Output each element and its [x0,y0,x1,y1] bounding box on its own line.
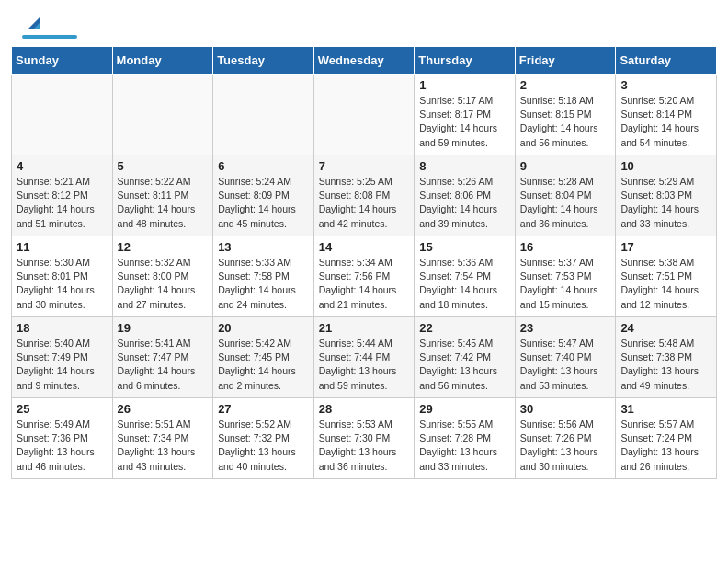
day-number: 9 [520,159,611,173]
day-info: Sunrise: 5:37 AM Sunset: 7:53 PM Dayligh… [520,256,611,312]
day-number: 15 [419,240,510,254]
week-row-2: 4Sunrise: 5:21 AM Sunset: 8:12 PM Daylig… [12,155,717,236]
calendar-cell: 8Sunrise: 5:26 AM Sunset: 8:06 PM Daylig… [415,155,516,236]
day-number: 30 [520,402,611,416]
logo [22,17,77,39]
calendar-cell: 4Sunrise: 5:21 AM Sunset: 8:12 PM Daylig… [12,155,113,236]
page-header [0,0,728,46]
day-number: 4 [17,159,108,173]
calendar-cell: 14Sunrise: 5:34 AM Sunset: 7:56 PM Dayli… [313,236,415,317]
calendar-cell: 5Sunrise: 5:22 AM Sunset: 8:11 PM Daylig… [112,155,213,236]
calendar-cell: 28Sunrise: 5:53 AM Sunset: 7:30 PM Dayli… [313,398,415,479]
weekday-header-wednesday: Wednesday [313,47,415,75]
logo-icon [24,13,44,33]
weekday-header-friday: Friday [515,47,616,75]
weekday-header-row: SundayMondayTuesdayWednesdayThursdayFrid… [12,47,717,75]
calendar-cell: 23Sunrise: 5:47 AM Sunset: 7:40 PM Dayli… [515,317,616,398]
day-number: 31 [620,402,711,416]
day-info: Sunrise: 5:57 AM Sunset: 7:24 PM Dayligh… [620,418,711,474]
day-info: Sunrise: 5:18 AM Sunset: 8:15 PM Dayligh… [520,94,611,150]
calendar-cell: 27Sunrise: 5:52 AM Sunset: 7:32 PM Dayli… [213,398,314,479]
day-info: Sunrise: 5:24 AM Sunset: 8:09 PM Dayligh… [218,175,309,231]
calendar-table: SundayMondayTuesdayWednesdayThursdayFrid… [11,46,717,479]
day-number: 21 [319,321,410,335]
calendar-cell: 12Sunrise: 5:32 AM Sunset: 8:00 PM Dayli… [112,236,213,317]
calendar-cell: 10Sunrise: 5:29 AM Sunset: 8:03 PM Dayli… [616,155,717,236]
day-info: Sunrise: 5:53 AM Sunset: 7:30 PM Dayligh… [319,418,410,474]
day-number: 13 [218,240,309,254]
calendar-cell: 7Sunrise: 5:25 AM Sunset: 8:08 PM Daylig… [313,155,415,236]
calendar-cell: 25Sunrise: 5:49 AM Sunset: 7:36 PM Dayli… [12,398,113,479]
calendar-cell: 2Sunrise: 5:18 AM Sunset: 8:15 PM Daylig… [515,75,616,155]
day-number: 14 [319,240,410,254]
calendar-cell: 22Sunrise: 5:45 AM Sunset: 7:42 PM Dayli… [415,317,516,398]
day-info: Sunrise: 5:22 AM Sunset: 8:11 PM Dayligh… [118,175,209,231]
day-info: Sunrise: 5:26 AM Sunset: 8:06 PM Dayligh… [419,175,510,231]
calendar-cell [112,75,213,155]
day-info: Sunrise: 5:41 AM Sunset: 7:47 PM Dayligh… [118,337,209,393]
calendar-cell [12,75,113,155]
day-info: Sunrise: 5:36 AM Sunset: 7:54 PM Dayligh… [419,256,510,312]
day-info: Sunrise: 5:21 AM Sunset: 8:12 PM Dayligh… [17,175,108,231]
day-info: Sunrise: 5:30 AM Sunset: 8:01 PM Dayligh… [17,256,108,312]
day-number: 17 [620,240,711,254]
day-info: Sunrise: 5:38 AM Sunset: 7:51 PM Dayligh… [620,256,711,312]
day-info: Sunrise: 5:45 AM Sunset: 7:42 PM Dayligh… [419,337,510,393]
day-info: Sunrise: 5:42 AM Sunset: 7:45 PM Dayligh… [218,337,309,393]
calendar-cell: 15Sunrise: 5:36 AM Sunset: 7:54 PM Dayli… [415,236,516,317]
day-info: Sunrise: 5:33 AM Sunset: 7:58 PM Dayligh… [218,256,309,312]
day-number: 20 [218,321,309,335]
calendar-cell: 17Sunrise: 5:38 AM Sunset: 7:51 PM Dayli… [616,236,717,317]
day-info: Sunrise: 5:44 AM Sunset: 7:44 PM Dayligh… [319,337,410,393]
day-number: 10 [620,159,711,173]
day-info: Sunrise: 5:32 AM Sunset: 8:00 PM Dayligh… [118,256,209,312]
calendar-cell: 3Sunrise: 5:20 AM Sunset: 8:14 PM Daylig… [616,75,717,155]
day-info: Sunrise: 5:49 AM Sunset: 7:36 PM Dayligh… [17,418,108,474]
calendar-cell [213,75,314,155]
logo-underline [22,35,77,39]
day-number: 2 [520,78,611,92]
calendar-cell: 1Sunrise: 5:17 AM Sunset: 8:17 PM Daylig… [415,75,516,155]
day-number: 18 [17,321,108,335]
calendar-cell: 16Sunrise: 5:37 AM Sunset: 7:53 PM Dayli… [515,236,616,317]
calendar-cell: 13Sunrise: 5:33 AM Sunset: 7:58 PM Dayli… [213,236,314,317]
day-info: Sunrise: 5:56 AM Sunset: 7:26 PM Dayligh… [520,418,611,474]
calendar-cell: 24Sunrise: 5:48 AM Sunset: 7:38 PM Dayli… [616,317,717,398]
day-number: 24 [620,321,711,335]
day-info: Sunrise: 5:51 AM Sunset: 7:34 PM Dayligh… [118,418,209,474]
calendar-wrapper: SundayMondayTuesdayWednesdayThursdayFrid… [0,46,728,490]
day-info: Sunrise: 5:48 AM Sunset: 7:38 PM Dayligh… [620,337,711,393]
weekday-header-sunday: Sunday [12,47,113,75]
calendar-cell: 31Sunrise: 5:57 AM Sunset: 7:24 PM Dayli… [616,398,717,479]
day-number: 5 [118,159,209,173]
day-info: Sunrise: 5:40 AM Sunset: 7:49 PM Dayligh… [17,337,108,393]
calendar-cell [313,75,415,155]
day-number: 1 [419,78,510,92]
day-info: Sunrise: 5:29 AM Sunset: 8:03 PM Dayligh… [620,175,711,231]
day-number: 22 [419,321,510,335]
day-number: 6 [218,159,309,173]
day-info: Sunrise: 5:20 AM Sunset: 8:14 PM Dayligh… [620,94,711,150]
day-info: Sunrise: 5:52 AM Sunset: 7:32 PM Dayligh… [218,418,309,474]
day-number: 16 [520,240,611,254]
calendar-cell: 6Sunrise: 5:24 AM Sunset: 8:09 PM Daylig… [213,155,314,236]
calendar-cell: 11Sunrise: 5:30 AM Sunset: 8:01 PM Dayli… [12,236,113,317]
week-row-5: 25Sunrise: 5:49 AM Sunset: 7:36 PM Dayli… [12,398,717,479]
weekday-header-thursday: Thursday [415,47,516,75]
day-number: 23 [520,321,611,335]
day-number: 25 [17,402,108,416]
calendar-cell: 30Sunrise: 5:56 AM Sunset: 7:26 PM Dayli… [515,398,616,479]
calendar-cell: 19Sunrise: 5:41 AM Sunset: 7:47 PM Dayli… [112,317,213,398]
day-number: 11 [17,240,108,254]
calendar-cell: 21Sunrise: 5:44 AM Sunset: 7:44 PM Dayli… [313,317,415,398]
day-info: Sunrise: 5:55 AM Sunset: 7:28 PM Dayligh… [419,418,510,474]
week-row-4: 18Sunrise: 5:40 AM Sunset: 7:49 PM Dayli… [12,317,717,398]
weekday-header-monday: Monday [112,47,213,75]
day-info: Sunrise: 5:28 AM Sunset: 8:04 PM Dayligh… [520,175,611,231]
day-number: 8 [419,159,510,173]
day-number: 19 [118,321,209,335]
calendar-cell: 20Sunrise: 5:42 AM Sunset: 7:45 PM Dayli… [213,317,314,398]
calendar-cell: 26Sunrise: 5:51 AM Sunset: 7:34 PM Dayli… [112,398,213,479]
day-info: Sunrise: 5:47 AM Sunset: 7:40 PM Dayligh… [520,337,611,393]
calendar-cell: 9Sunrise: 5:28 AM Sunset: 8:04 PM Daylig… [515,155,616,236]
